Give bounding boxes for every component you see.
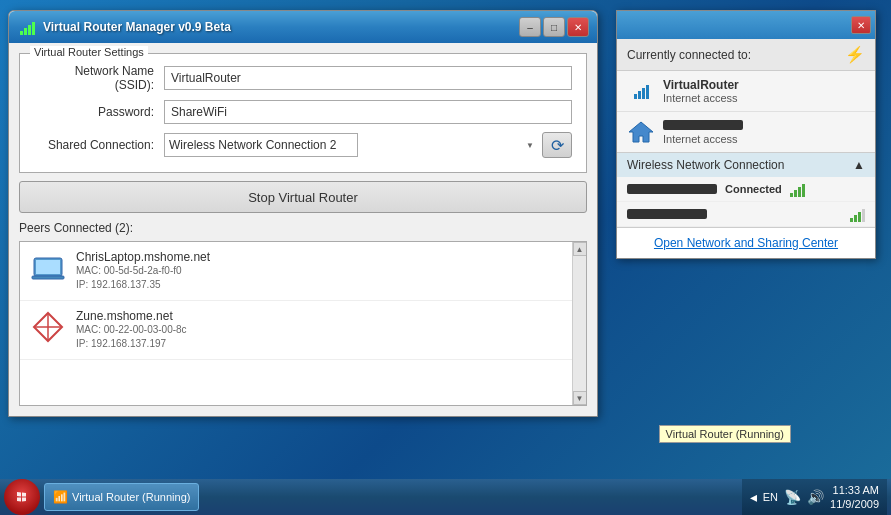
conn-status: Internet access — [663, 133, 743, 145]
peers-label: Peers Connected (2): — [19, 221, 587, 235]
taskbar-tooltip: Virtual Router (Running) — [659, 425, 791, 443]
app-wifi-icon — [20, 19, 35, 35]
window-controls: – □ ✕ — [519, 17, 589, 37]
currently-connected-label: Currently connected to: — [627, 48, 751, 62]
shared-connection-select-wrapper: Wireless Network Connection 2 — [164, 133, 538, 157]
svg-rect-1 — [36, 260, 60, 274]
conn-info: Internet access — [663, 119, 743, 145]
wireless-section: Wireless Network Connection ▲ Connected — [617, 153, 875, 228]
tray-keyboard-icon[interactable]: EN — [763, 491, 778, 503]
peer-mac: MAC: 00-5d-5d-2a-f0-f0 — [76, 264, 566, 278]
scroll-up-arrow[interactable]: ▲ — [573, 242, 587, 256]
peer-mac: MAC: 00-22-00-03-00-8c — [76, 323, 566, 337]
system-clock[interactable]: 11:33 AM 11/9/2009 — [830, 483, 879, 512]
settings-group: Virtual Router Settings Network Name (SS… — [19, 53, 587, 173]
minimize-button[interactable]: – — [519, 17, 541, 37]
list-item: ChrisLaptop.mshome.net MAC: 00-5d-5d-2a-… — [20, 242, 586, 301]
stop-virtual-router-button[interactable]: Stop Virtual Router — [19, 181, 587, 213]
desktop: Virtual Router Manager v0.9 Beta – □ ✕ V… — [0, 0, 891, 479]
list-item: Zune.mshome.net MAC: 00-22-00-03-00-8c I… — [20, 301, 586, 360]
password-row: Password: — [34, 100, 572, 124]
collapse-icon[interactable]: ▲ — [853, 158, 865, 172]
taskbar-virtual-router-button[interactable]: 📶 Virtual Router (Running) — [44, 483, 199, 511]
refresh-icon: ⟳ — [551, 136, 564, 155]
app-icon — [17, 17, 37, 37]
panel-content: Currently connected to: ⚡ VirtualRouter … — [617, 39, 875, 258]
panel-close-button[interactable]: ✕ — [851, 16, 871, 34]
network-name-label: Network Name (SSID): — [34, 64, 164, 92]
tray-volume-icon[interactable]: 🔊 — [807, 489, 824, 505]
connected-item-virtualrouter: VirtualRouter Internet access — [617, 71, 875, 112]
window-content: Virtual Router Settings Network Name (SS… — [9, 43, 597, 416]
network-name-masked — [627, 209, 707, 219]
refresh-button[interactable]: ⟳ — [542, 132, 572, 158]
taskbar-button-label: Virtual Router (Running) — [72, 491, 190, 503]
system-tray: ◂ EN 📡 🔊 11:33 AM 11/9/2009 — [742, 479, 887, 515]
peer-laptop-icon — [30, 250, 66, 286]
taskbar-wifi-icon: 📶 — [53, 490, 68, 504]
wireless-section-header: Wireless Network Connection ▲ — [617, 153, 875, 177]
peer-ip: IP: 192.168.137.197 — [76, 337, 566, 351]
windows-logo-icon — [12, 487, 32, 507]
peer-zune-icon — [30, 309, 66, 345]
signal-icon — [790, 181, 805, 197]
panel-titlebar: ✕ — [617, 11, 875, 39]
group-label: Virtual Router Settings — [30, 46, 148, 58]
peer-name: ChrisLaptop.mshome.net — [76, 250, 566, 264]
conn-name-masked — [663, 119, 743, 133]
password-input[interactable] — [164, 100, 572, 124]
conn-status: Internet access — [663, 92, 739, 104]
peer-name: Zune.mshome.net — [76, 309, 566, 323]
shared-connection-controls: Wireless Network Connection 2 ⟳ — [164, 132, 572, 158]
svg-marker-6 — [629, 122, 653, 142]
wireless-network-item-connected[interactable]: Connected — [617, 177, 875, 202]
peer-info: ChrisLaptop.mshome.net MAC: 00-5d-5d-2a-… — [76, 250, 566, 292]
svg-rect-2 — [32, 276, 64, 279]
window-title: Virtual Router Manager v0.9 Beta — [43, 20, 513, 34]
shared-connection-row: Shared Connection: Wireless Network Conn… — [34, 132, 572, 158]
main-window: Virtual Router Manager v0.9 Beta – □ ✕ V… — [8, 10, 598, 417]
wireless-network-item[interactable] — [617, 202, 875, 227]
open-network-sharing-link[interactable]: Open Network and Sharing Center — [617, 228, 875, 258]
peer-ip: IP: 192.168.137.35 — [76, 278, 566, 292]
window-titlebar: Virtual Router Manager v0.9 Beta – □ ✕ — [9, 11, 597, 43]
wifi-conn-icon — [627, 77, 655, 105]
taskbar: 📶 Virtual Router (Running) ◂ EN 📡 🔊 11:3… — [0, 479, 891, 515]
svg-point-7 — [13, 488, 31, 506]
peer-info: Zune.mshome.net MAC: 00-22-00-03-00-8c I… — [76, 309, 566, 351]
signal-icon — [850, 206, 865, 222]
scroll-track[interactable] — [573, 256, 587, 391]
network-name-input[interactable] — [164, 66, 572, 90]
home-conn-icon — [627, 118, 655, 146]
panel-section-header: Currently connected to: ⚡ — [617, 39, 875, 71]
shared-connection-select[interactable]: Wireless Network Connection 2 — [164, 133, 358, 157]
start-button[interactable] — [4, 479, 40, 515]
peers-list: ChrisLaptop.mshome.net MAC: 00-5d-5d-2a-… — [19, 241, 587, 406]
conn-name: VirtualRouter — [663, 78, 739, 92]
conn-info: VirtualRouter Internet access — [663, 78, 739, 104]
maximize-button[interactable]: □ — [543, 17, 565, 37]
connected-badge: Connected — [725, 183, 782, 195]
network-panel: ✕ Currently connected to: ⚡ — [616, 10, 876, 259]
clock-time: 11:33 AM — [830, 483, 879, 497]
wireless-section-title: Wireless Network Connection — [627, 158, 784, 172]
tray-arrow-icon[interactable]: ◂ — [750, 489, 757, 505]
tray-network-icon[interactable]: 📡 — [784, 489, 801, 505]
clock-date: 11/9/2009 — [830, 497, 879, 511]
network-name-masked — [627, 184, 717, 194]
connected-item-home: Internet access — [617, 112, 875, 153]
lightning-icon: ⚡ — [845, 45, 865, 64]
scroll-down-arrow[interactable]: ▼ — [573, 391, 587, 405]
close-button[interactable]: ✕ — [567, 17, 589, 37]
shared-connection-label: Shared Connection: — [34, 138, 164, 152]
peers-scrollbar[interactable]: ▲ ▼ — [572, 242, 586, 405]
network-name-row: Network Name (SSID): — [34, 64, 572, 92]
password-label: Password: — [34, 105, 164, 119]
signal-bars-icon — [634, 83, 649, 99]
